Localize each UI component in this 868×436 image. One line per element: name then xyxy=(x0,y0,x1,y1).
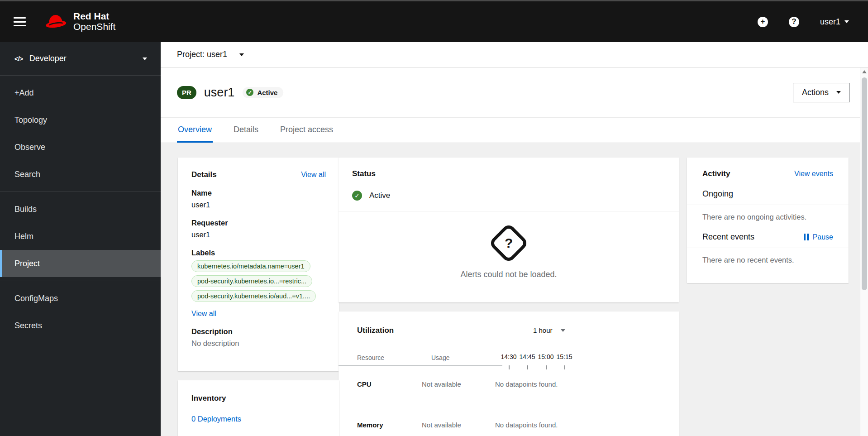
sidebar-item-observe[interactable]: Observe xyxy=(0,134,161,161)
inventory-card-title: Inventory xyxy=(191,394,326,403)
duration-dropdown[interactable]: 1 hour xyxy=(533,326,565,334)
sidebar-item-topology[interactable]: Topology xyxy=(0,106,161,134)
usage-column-header: Usage xyxy=(431,354,449,361)
details-card: Details View all Name user1 Requester us… xyxy=(178,158,339,371)
activity-card-header: Activity View events xyxy=(702,169,833,178)
vertical-scrollbar[interactable] xyxy=(860,67,868,436)
caret-down-icon xyxy=(239,53,244,56)
user-menu-label: user1 xyxy=(820,17,840,27)
user-menu[interactable]: user1 xyxy=(820,17,849,27)
perspective-switcher[interactable]: </> Developer xyxy=(0,42,161,76)
details-card-header: Details View all xyxy=(191,170,326,179)
status-badge-label: Active xyxy=(257,89,277,96)
pause-button[interactable]: Pause xyxy=(804,233,833,241)
deployments-count-link[interactable]: 0 Deployments xyxy=(191,415,326,423)
tab-project-access[interactable]: Project access xyxy=(279,118,334,143)
status-active-label: Active xyxy=(369,191,390,200)
recent-events-empty-message: There are no recent events. xyxy=(702,256,833,264)
divider xyxy=(687,205,849,205)
caret-down-icon xyxy=(561,329,565,332)
scrollbar-thumb[interactable] xyxy=(862,77,867,290)
alerts-empty-state: ? Alerts could not be loaded. xyxy=(352,229,665,279)
brand-line1: Red Hat xyxy=(73,11,115,22)
brand-text: Red Hat OpenShift xyxy=(73,11,115,32)
tab-bar: Overview Details Project access xyxy=(161,118,868,143)
sidebar-item-project[interactable]: Project xyxy=(0,250,161,277)
overview-content: Details View all Name user1 Requester us… xyxy=(161,143,868,436)
duration-label: 1 hour xyxy=(533,326,553,334)
activity-card-title: Activity xyxy=(702,169,730,178)
ongoing-section-header: Ongoing xyxy=(702,189,833,199)
caret-down-icon xyxy=(836,91,841,94)
pause-label: Pause xyxy=(813,233,833,241)
memory-row-label: Memory xyxy=(357,421,383,429)
label-chip[interactable]: pod-security.kubernetes.io...=restric... xyxy=(191,275,312,287)
page-title: user1 xyxy=(204,86,235,100)
requester-field-label: Requester xyxy=(191,219,326,227)
project-selector[interactable]: Project: user1 xyxy=(161,42,868,67)
labels-view-all-link[interactable]: View all xyxy=(191,310,216,317)
sidebar-item-builds[interactable]: Builds xyxy=(0,196,161,223)
nav-section-3: ConfigMaps Secrets xyxy=(0,281,161,343)
status-row: ✓ Active xyxy=(352,191,665,201)
recent-events-section-header: Recent events Pause xyxy=(702,232,833,242)
help-icon[interactable]: ? xyxy=(789,17,799,27)
brand-logo: Red Hat OpenShift xyxy=(44,11,115,32)
project-selector-label: Project: user1 xyxy=(177,50,227,59)
status-card: Status ✓ Active ? Alerts could not be lo… xyxy=(339,158,679,302)
menu-toggle-icon[interactable] xyxy=(14,17,26,27)
actions-label: Actions xyxy=(802,88,829,97)
add-plus-circle-icon[interactable]: + xyxy=(758,17,768,27)
axis-tick xyxy=(527,365,528,369)
project-resource-badge: PR xyxy=(177,86,196,99)
utilization-card-title: Utilization xyxy=(357,326,394,335)
cpu-row-message: No datapoints found. xyxy=(495,380,558,388)
sidebar-nav: </> Developer +Add Topology Observe Sear… xyxy=(0,42,161,436)
actions-dropdown-button[interactable]: Actions xyxy=(793,83,850,102)
axis-tick xyxy=(509,365,510,369)
resource-column-header: Resource xyxy=(357,354,384,361)
table-header-divider xyxy=(339,365,502,366)
tab-overview[interactable]: Overview xyxy=(177,118,213,143)
view-events-link[interactable]: View events xyxy=(794,170,833,178)
sidebar-item-secrets[interactable]: Secrets xyxy=(0,312,161,339)
masthead: Red Hat OpenShift + ? user1 xyxy=(0,0,868,42)
tab-details[interactable]: Details xyxy=(233,118,259,143)
sidebar-item-search[interactable]: Search xyxy=(0,161,161,188)
time-tick-label: 15:15 xyxy=(551,353,578,360)
caret-down-icon xyxy=(143,57,147,60)
ongoing-empty-message: There are no ongoing activities. xyxy=(702,213,833,221)
requester-field-value: user1 xyxy=(191,230,326,239)
nav-section-1: +Add Topology Observe Search xyxy=(0,76,161,192)
check-circle-icon: ✓ xyxy=(352,191,362,201)
sidebar-item-helm[interactable]: Helm xyxy=(0,223,161,250)
sidebar-item-configmaps[interactable]: ConfigMaps xyxy=(0,285,161,312)
name-field-label: Name xyxy=(191,189,326,197)
cpu-row-usage: Not available xyxy=(422,380,461,388)
perspective-label: Developer xyxy=(29,54,67,63)
label-chip[interactable]: kubernetes.io/metadata.name=user1 xyxy=(191,260,310,272)
unknown-alerts-icon: ? xyxy=(488,223,529,264)
divider xyxy=(687,248,849,248)
label-chip[interactable]: pod-security.kubernetes.io/aud...=v1.... xyxy=(191,290,316,302)
memory-row-message: No datapoints found. xyxy=(495,421,558,429)
check-circle-icon: ✓ xyxy=(246,89,253,96)
axis-tick xyxy=(546,365,547,369)
inventory-card: Inventory 0 Deployments xyxy=(178,380,339,436)
labels-field-label: Labels xyxy=(191,249,326,257)
details-view-all-link[interactable]: View all xyxy=(301,171,326,179)
page-header: PR user1 ✓ Active Actions xyxy=(161,67,868,118)
code-icon: </> xyxy=(14,55,23,62)
redhat-fedora-icon xyxy=(44,12,67,32)
details-card-title: Details xyxy=(191,170,217,179)
sidebar-item-add[interactable]: +Add xyxy=(0,79,161,106)
scrollbar-up-arrow-icon[interactable] xyxy=(862,70,867,73)
nav-section-2: Builds Helm Project xyxy=(0,192,161,281)
openshift-console: Red Hat OpenShift + ? user1 </> Develope… xyxy=(0,0,868,436)
masthead-toolbar: + ? user1 xyxy=(758,17,849,27)
alerts-message: Alerts could not be loaded. xyxy=(460,270,557,279)
activity-card: Activity View events Ongoing There are n… xyxy=(687,158,849,283)
axis-tick xyxy=(564,365,565,369)
description-field-value: No description xyxy=(191,339,326,348)
divider xyxy=(339,211,679,211)
